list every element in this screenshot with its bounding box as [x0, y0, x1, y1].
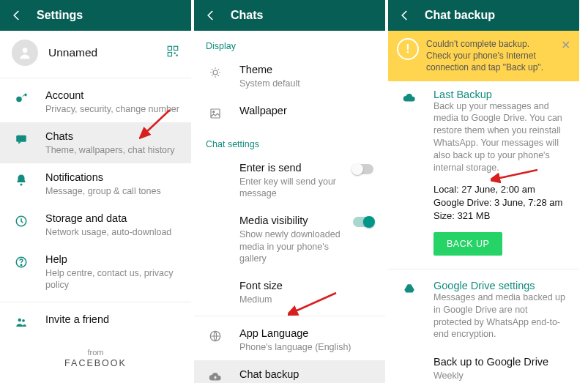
chat-icon — [13, 131, 29, 147]
svg-rect-4 — [174, 53, 176, 54]
back-icon[interactable] — [10, 9, 23, 22]
row-invite[interactable]: Invite a friend — [0, 305, 191, 338]
screen-settings: Settings Unnamed AccountPrivacy, securit… — [0, 0, 194, 383]
row-sub: Weekly — [433, 370, 567, 382]
svg-rect-1 — [168, 46, 171, 50]
row-label: Media visibility — [239, 214, 353, 228]
backup-size: Size: 321 MB — [433, 210, 579, 221]
row-label: Back up to Google Drive — [433, 355, 567, 369]
section-desc: Messages and media backed up in Google D… — [433, 291, 567, 341]
svg-point-11 — [21, 264, 22, 266]
row-label: Help — [45, 253, 179, 267]
profile-name: Unnamed — [48, 46, 97, 59]
row-label: Enter is send — [239, 161, 353, 175]
row-notifications[interactable]: NotificationsMessage, group & call tones — [0, 163, 191, 204]
appbar-title: Chats — [231, 9, 263, 22]
qr-icon[interactable] — [166, 45, 179, 61]
backup-local: Local: 27 June, 2:00 am — [433, 184, 579, 195]
row-sub: Show newly downloaded media in your phon… — [239, 228, 353, 264]
drive-icon — [401, 281, 417, 297]
warning-text: Couldn't complete backup. Check your pho… — [426, 38, 561, 74]
svg-point-6 — [16, 97, 22, 103]
section-title: Google Drive settings — [433, 280, 567, 291]
section-display: Display — [194, 31, 385, 56]
divider — [388, 269, 579, 269]
appbar-chats: Chats — [194, 0, 385, 31]
svg-rect-5 — [176, 55, 178, 56]
row-label: Theme — [239, 63, 373, 77]
warning-icon: ! — [397, 38, 419, 60]
section-google-drive: Google Drive settings Messages and media… — [388, 272, 579, 349]
avatar-icon — [12, 40, 38, 66]
globe-icon — [207, 328, 223, 344]
row-label: Font size — [239, 279, 373, 293]
row-theme[interactable]: ThemeSystem default — [194, 56, 385, 97]
row-sub: Phone's language (English) — [239, 341, 373, 353]
row-backup-freq[interactable]: Back up to Google DriveWeekly — [388, 348, 579, 383]
svg-rect-15 — [211, 109, 220, 118]
row-account[interactable]: AccountPrivacy, security, change number — [0, 81, 191, 122]
appbar-backup: Chat backup — [388, 0, 579, 31]
row-sub: Medium — [239, 294, 373, 305]
row-label: Chats — [45, 130, 179, 144]
row-label: Storage and data — [45, 212, 179, 226]
people-icon — [13, 314, 29, 330]
row-chat-backup[interactable]: Chat backup — [194, 360, 385, 383]
screen-backup: Chat backup ! Couldn't complete backup. … — [388, 0, 582, 383]
svg-rect-3 — [168, 53, 171, 56]
row-sub: Network usage, auto-download — [45, 226, 179, 238]
row-help[interactable]: HelpHelp centre, contact us, privacy pol… — [0, 245, 191, 298]
wallpaper-icon — [207, 105, 223, 122]
row-label: Wallpaper — [239, 104, 373, 118]
data-icon — [13, 213, 29, 229]
screen-chats: Chats Display ThemeSystem default Wallpa… — [194, 0, 388, 383]
profile-row[interactable]: Unnamed — [0, 31, 191, 75]
backup-warning: ! Couldn't complete backup. Check your p… — [388, 31, 579, 81]
svg-point-16 — [213, 111, 215, 113]
row-storage[interactable]: Storage and dataNetwork usage, auto-down… — [0, 204, 191, 245]
divider — [194, 316, 385, 316]
row-app-language[interactable]: App LanguagePhone's language (English) — [194, 319, 385, 360]
row-font-size[interactable]: Font sizeMedium — [194, 272, 385, 313]
switch-media[interactable] — [353, 217, 373, 227]
backup-drive: Google Drive: 3 June, 7:28 am — [433, 197, 579, 208]
row-label: Notifications — [45, 171, 179, 185]
row-label: Chat backup — [239, 368, 373, 382]
row-sub: Enter key will send your message — [239, 176, 353, 200]
cloud-up-icon — [401, 90, 417, 106]
key-icon — [13, 90, 29, 106]
svg-point-8 — [21, 184, 23, 186]
section-last-backup: Last Backup Back up your messages and me… — [388, 81, 579, 182]
svg-point-0 — [23, 48, 28, 53]
appbar-settings: Settings — [0, 0, 191, 31]
backup-button[interactable]: BACK UP — [433, 232, 502, 256]
back-icon[interactable] — [204, 9, 217, 22]
row-media-visibility[interactable]: Media visibilityShow newly downloaded me… — [194, 207, 385, 272]
facebook-text: FACEBOOK — [0, 358, 191, 368]
help-icon — [13, 254, 29, 270]
row-sub: Privacy, security, change number — [45, 103, 179, 115]
backup-info: Local: 27 June, 2:00 am Google Drive: 3 … — [388, 184, 579, 221]
switch-enter[interactable] — [353, 164, 373, 174]
theme-icon — [207, 64, 223, 81]
svg-rect-2 — [174, 46, 178, 50]
row-sub: System default — [239, 78, 373, 89]
row-enter-send[interactable]: Enter is sendEnter key will send your me… — [194, 154, 385, 207]
row-sub: Theme, wallpapers, chat history — [45, 144, 179, 156]
svg-rect-7 — [16, 135, 26, 142]
row-label: App Language — [239, 327, 373, 341]
row-wallpaper[interactable]: Wallpaper — [194, 97, 385, 129]
back-icon[interactable] — [398, 9, 412, 22]
row-label: Account — [45, 89, 179, 103]
bell-icon — [13, 172, 29, 188]
row-chats[interactable]: ChatsTheme, wallpapers, chat history — [0, 122, 191, 163]
close-icon[interactable]: ✕ — [561, 38, 570, 52]
cloud-up-icon — [207, 369, 223, 383]
appbar-title: Chat backup — [425, 9, 495, 22]
section-chat-settings: Chat settings — [194, 129, 385, 154]
svg-point-12 — [18, 318, 22, 321]
row-sub: Message, group & call tones — [45, 185, 179, 197]
section-title: Last Backup — [433, 89, 567, 100]
row-sub: Help centre, contact us, privacy policy — [45, 267, 179, 291]
svg-point-14 — [213, 70, 217, 75]
